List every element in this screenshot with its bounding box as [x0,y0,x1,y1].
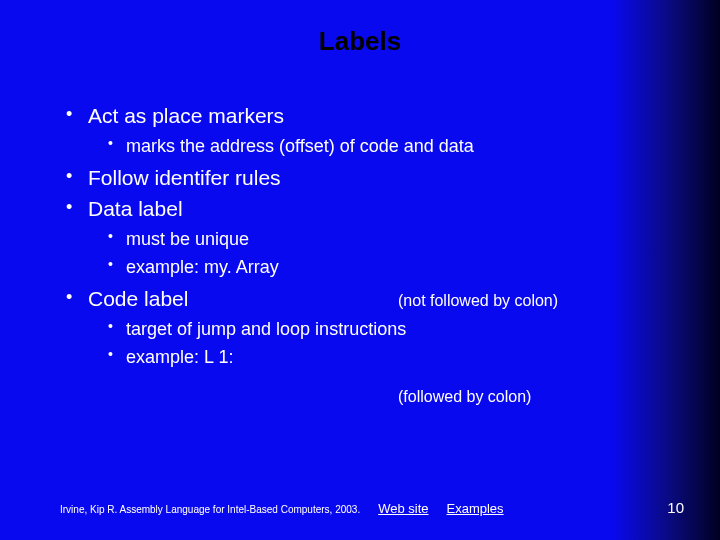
footer-link-examples[interactable]: Examples [447,501,504,516]
bullet-place-markers: Act as place markers marks the address (… [60,101,700,161]
subbullet-unique: must be unique [104,226,700,254]
subbullet-example-l1: example: L 1: [104,344,700,372]
bullet-text: Code label [88,287,188,310]
bullet-data-label: Data label must be unique example: my. A… [60,194,700,282]
slide-title: Labels [0,0,720,57]
slide-footer: Irvine, Kip R. Assembly Language for Int… [0,499,720,516]
footer-link-website[interactable]: Web site [378,501,428,516]
footer-citation: Irvine, Kip R. Assembly Language for Int… [60,504,360,515]
bullet-text: Data label [88,197,183,220]
subbullet-example-myarray: example: my. Array [104,254,700,282]
bullet-text: Act as place markers [88,104,284,127]
bullet-code-label: Code label target of jump and loop instr… [60,284,700,372]
note-followed-by-colon: (followed by colon) [398,388,531,406]
note-not-followed-by-colon: (not followed by colon) [398,292,558,310]
subbullet-marks-address: marks the address (offset) of code and d… [104,133,700,161]
slide-body: Act as place markers marks the address (… [0,57,720,372]
bullet-identifier-rules: Follow identifer rules [60,163,700,193]
subbullet-jump-target: target of jump and loop instructions [104,316,700,344]
page-number: 10 [667,499,684,516]
